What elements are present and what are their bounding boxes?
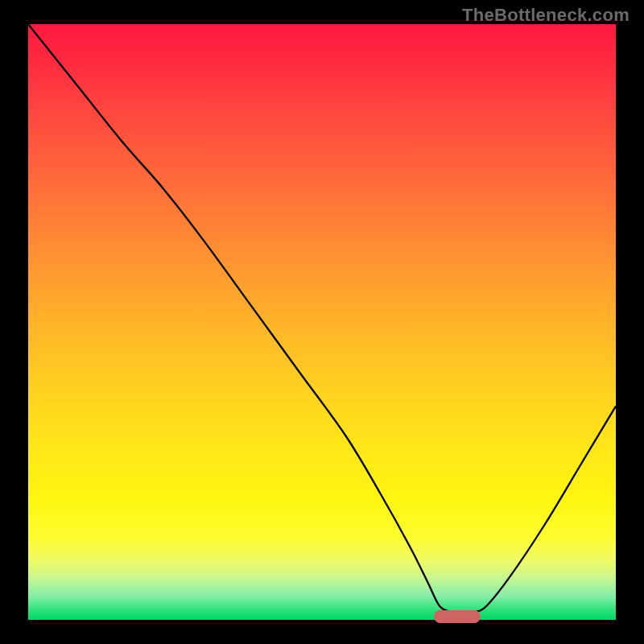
optimal-marker: [434, 610, 481, 623]
bottleneck-curve-path: [28, 24, 616, 612]
watermark-text: TheBottleneck.com: [462, 5, 630, 26]
chart-frame: TheBottleneck.com: [0, 0, 644, 644]
plot-area: [28, 24, 616, 620]
curve-layer: [28, 24, 616, 612]
